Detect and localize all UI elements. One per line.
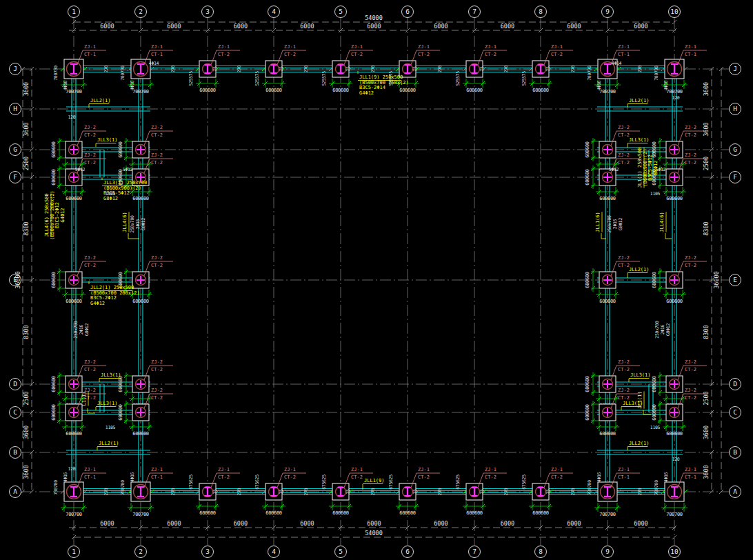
column-type-label: ZJ-1 — [485, 44, 496, 50]
detail-text: 675625 — [388, 474, 394, 490]
column-type-label: ZJ-2 — [618, 255, 630, 261]
column-footing-dim: 600600 — [332, 88, 349, 93]
column-type-label: ZJ-1 — [685, 44, 696, 50]
detail-text: 4Φ16 — [63, 80, 68, 90]
column-type-label: ZJ-2 — [151, 359, 163, 365]
detail-text: 75 — [545, 489, 551, 494]
grid-bubble-label: G — [13, 146, 17, 153]
detail-text: 120 — [672, 457, 680, 462]
beam-annotation-text: JLL3(1) — [630, 372, 651, 378]
column-type-label: ZJ-2 — [618, 152, 630, 158]
column-side-dim: 600600 — [585, 169, 590, 186]
detail-text: 250x700 — [130, 215, 135, 233]
bottom-total-dim: 54000 — [365, 530, 383, 537]
column-type-label: ZJ-1 — [351, 44, 363, 50]
detail-text: 75 — [279, 489, 284, 494]
detail-text: 270 — [370, 488, 376, 495]
left-segment-dim: 3600 — [23, 465, 30, 479]
column-footing-label: CT-2 — [84, 367, 96, 372]
detail-text: 5Φ12 — [609, 167, 619, 172]
column-footing-label: CT-2 — [218, 52, 230, 57]
column-side-dim: 600600 — [585, 404, 590, 421]
column-footing-label: CT-1 — [84, 474, 96, 480]
detail-text: 270 — [170, 65, 176, 72]
grid-bubble-B-left: B — [10, 447, 21, 459]
beam-annotation-text: JLL3(1) — [101, 372, 121, 378]
detail-text: G8Φ12 — [84, 323, 90, 336]
beam-annotation-text: JLL4(6) — [659, 212, 665, 232]
grid-bubble-label: D — [733, 380, 737, 388]
grid-bubble-label: H — [733, 105, 737, 112]
detail-text: 250x700 — [654, 321, 660, 339]
column-type-label: ZJ-2 — [685, 152, 696, 158]
column-footing-dim: 600600 — [66, 196, 82, 201]
column-footing-dim: 600600 — [132, 431, 149, 437]
column-type-label: ZJ-1 — [618, 467, 630, 472]
column-type-label: ZJ-2 — [685, 255, 696, 261]
column-footing-label: CT-1 — [685, 474, 696, 480]
column-type-label: ZJ-2 — [618, 388, 630, 393]
left-segment-dim: 3600 — [23, 82, 30, 96]
grid-bubble-label: 6 — [405, 548, 410, 555]
column-footing-label: CT-2 — [84, 263, 96, 268]
column-footing-dim: 600600 — [666, 196, 683, 201]
right-segment-dim: 2500 — [703, 391, 710, 405]
grid-bubble-D-right: D — [730, 379, 741, 390]
right-segment-dim: 3600 — [703, 122, 710, 136]
detail-text: 525575 — [321, 71, 327, 86]
grid-bubble-label: 1 — [72, 8, 76, 15]
top-segment-dim: 6000 — [634, 23, 647, 30]
column-footing-dim: 600600 — [666, 299, 683, 304]
grid-bubble-D-left: D — [10, 379, 21, 390]
detail-text: 5Φ12 — [656, 167, 666, 172]
detail-text: 700700 — [654, 480, 659, 495]
grid-bubble-label: 8 — [539, 548, 543, 555]
column-footing-label: CT-2 — [618, 263, 630, 268]
grid-bubble-label: F — [733, 173, 737, 181]
grid-bubble-label: C — [13, 408, 17, 416]
column-footing-dim: 600600 — [332, 510, 349, 516]
grid-bubble-6-bottom: 6 — [402, 546, 414, 558]
column-type-label: ZJ-2 — [84, 125, 96, 130]
column-type-label: ZJ-2 — [685, 388, 696, 393]
grid-bubble-9-bottom: 9 — [602, 546, 614, 558]
grid-bubble-B-right: B — [730, 447, 741, 459]
detail-text: 4Φ16 — [130, 80, 135, 90]
grid-bubble-H-left: H — [10, 103, 21, 115]
grid-bubble-4-bottom: 4 — [268, 546, 280, 558]
detail-text: 270 — [370, 65, 376, 72]
grid-bubble-E-right: E — [730, 274, 741, 286]
detail-text: 270 — [303, 65, 309, 72]
detail-text: 700700 — [120, 66, 126, 81]
detail-text: 700700 — [587, 480, 592, 495]
detail-text: 120 — [68, 114, 76, 120]
beam-annotation-text: JLL3(1) — [97, 137, 118, 143]
grid-bubble-A-right: A — [730, 486, 741, 498]
left-segment-dim: 2500 — [23, 391, 30, 405]
bottom-segment-dim: 6000 — [234, 520, 248, 527]
right-segment-dim: 3600 — [703, 82, 710, 96]
right-segment-dim: 3600 — [703, 465, 710, 479]
column-side-dim: 600600 — [51, 404, 57, 421]
column-type-label: ZJ-1 — [84, 44, 96, 50]
top-segment-dim: 6000 — [234, 23, 248, 30]
column-footing-label: CT-2 — [685, 263, 696, 268]
column-footing-label: CT-2 — [284, 474, 296, 480]
detail-text: 270 — [237, 65, 242, 72]
detail-text: 2Φ16 — [660, 324, 665, 334]
detail-text: 75 — [212, 66, 218, 72]
column-type-label: ZJ-1 — [685, 467, 696, 472]
grid-bubble-7-bottom: 7 — [469, 546, 481, 558]
detail-text: 525575 — [455, 71, 461, 86]
top-total-dim: 54000 — [365, 14, 383, 21]
detail-text: 270 — [503, 488, 509, 495]
grid-bubble-10-bottom: 10 — [669, 546, 681, 558]
detail-text: 4Φ14 — [149, 61, 159, 66]
grid-bubble-label: 3 — [205, 548, 210, 555]
grid-bubble-label: J — [733, 65, 737, 72]
column-footing-dim: 600600 — [265, 510, 282, 516]
detail-text: 1105 — [106, 191, 116, 197]
column-type-label: ZJ-1 — [284, 44, 296, 50]
column-type-label: ZJ-2 — [84, 359, 96, 365]
detail-text: 4Φ16 — [596, 80, 602, 90]
